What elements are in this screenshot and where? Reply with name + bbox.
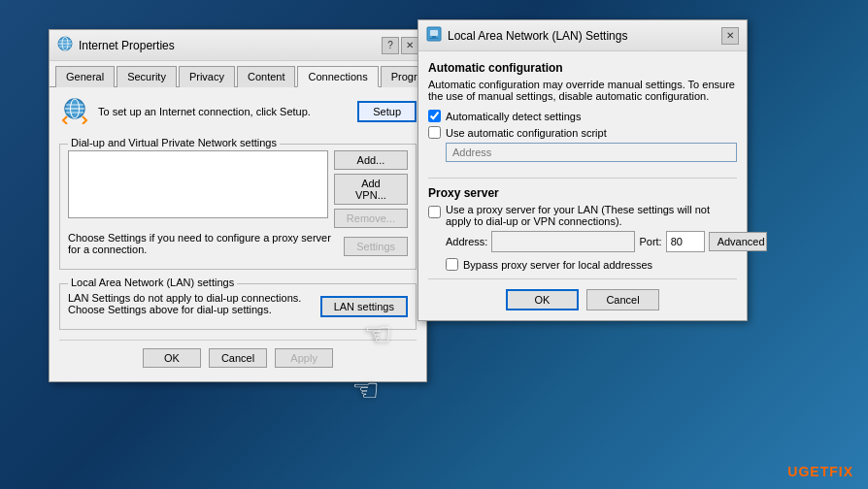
ok-button[interactable]: OK: [143, 348, 201, 368]
apply-button[interactable]: Apply: [275, 348, 333, 368]
tab-connections[interactable]: Connections: [297, 66, 378, 87]
lan-settings-icon: [426, 26, 442, 45]
auto-script-row: Use automatic configuration script: [428, 126, 737, 139]
lan-section-label: Local Area Network (LAN) settings: [68, 277, 237, 288]
proxy-port-label: Port:: [639, 236, 661, 247]
auto-detect-label: Automatically detect settings: [446, 111, 581, 122]
lan-section: Local Area Network (LAN) settings LAN Se…: [59, 283, 417, 330]
proxy-checkbox[interactable]: [428, 206, 441, 218]
lan-close-button[interactable]: ✕: [721, 27, 739, 45]
tabs-container: General Security Privacy Content Connect…: [50, 61, 426, 87]
proxy-address-row: Address: Port: 80 Advanced: [446, 231, 737, 252]
lan-description: LAN Settings do not apply to dial-up con…: [68, 292, 313, 315]
lan-settings-button[interactable]: LAN settings: [320, 296, 408, 317]
watermark-prefix: UG: [787, 464, 810, 479]
separator1: [428, 178, 737, 179]
internet-props-titlebar: Internet Properties ? ✕: [50, 30, 426, 61]
auto-config-section: Automatic configuration Automatic config…: [428, 61, 737, 170]
watermark-accent: ET: [810, 464, 829, 479]
lan-settings-dialog: Local Area Network (LAN) Settings ✕ Auto…: [417, 19, 748, 321]
internet-props-title: Internet Properties: [79, 39, 175, 52]
add-vpn-button[interactable]: Add VPN...: [334, 174, 408, 205]
svg-rect-13: [429, 38, 439, 39]
lan-settings-title: Local Area Network (LAN) Settings: [448, 29, 627, 43]
vpn-section-label: Dial-up and Virtual Private Network sett…: [68, 137, 280, 148]
remove-button[interactable]: Remove...: [334, 209, 408, 228]
setup-section: To set up an Internet connection, click …: [59, 97, 417, 134]
auto-script-checkbox[interactable]: [428, 126, 441, 139]
setup-button[interactable]: Setup: [357, 101, 417, 122]
watermark: UGETFIX: [787, 464, 853, 479]
vpn-section: Dial-up and Virtual Private Network sett…: [59, 144, 417, 270]
auto-script-label: Use automatic configuration script: [446, 127, 607, 139]
settings-button[interactable]: Settings: [344, 237, 408, 256]
close-button[interactable]: ✕: [401, 37, 418, 54]
auto-detect-row: Automatically detect settings: [428, 110, 737, 122]
tab-general[interactable]: General: [55, 66, 115, 87]
proxy-address-input[interactable]: [491, 231, 635, 252]
auto-script-address[interactable]: [446, 143, 737, 162]
lan-settings-titlebar: Local Area Network (LAN) Settings ✕: [418, 20, 747, 51]
svg-rect-12: [432, 36, 436, 38]
auto-detect-checkbox[interactable]: [428, 110, 441, 122]
cancel-button[interactable]: Cancel: [209, 348, 267, 368]
bypass-checkbox[interactable]: [446, 258, 458, 271]
bypass-label: Bypass proxy server for local addresses: [463, 259, 652, 271]
lan-ok-button[interactable]: OK: [506, 289, 579, 310]
advanced-button[interactable]: Advanced: [709, 232, 767, 251]
add-button[interactable]: Add...: [334, 150, 408, 170]
proxy-section: Proxy server Use a proxy server for your…: [428, 186, 737, 271]
internet-properties-dialog: Internet Properties ? ✕ General Security…: [49, 29, 427, 382]
tab-privacy[interactable]: Privacy: [179, 66, 235, 87]
auto-config-title: Automatic configuration: [428, 61, 737, 75]
network-icon: [59, 97, 90, 126]
svg-rect-11: [430, 30, 438, 36]
lan-cancel-button[interactable]: Cancel: [586, 289, 659, 310]
proxy-use-label: Use a proxy server for your LAN (These s…: [446, 204, 737, 227]
vpn-list[interactable]: [68, 150, 328, 218]
watermark-suffix: FIX: [829, 464, 853, 479]
proxy-use-row: Use a proxy server for your LAN (These s…: [428, 204, 737, 227]
tab-content[interactable]: Content: [237, 66, 296, 87]
setup-description: To set up an Internet connection, click …: [98, 106, 311, 117]
proxy-desc: Choose Settings if you need to configure…: [68, 232, 336, 255]
help-button[interactable]: ?: [382, 37, 399, 54]
tab-security[interactable]: Security: [117, 66, 177, 87]
proxy-port-input[interactable]: 80: [666, 231, 705, 252]
internet-props-icon: [57, 36, 73, 54]
bypass-row: Bypass proxy server for local addresses: [446, 258, 737, 271]
proxy-title: Proxy server: [428, 186, 737, 200]
proxy-address-label: Address:: [446, 236, 487, 247]
auto-config-desc: Automatic configuration may override man…: [428, 79, 737, 102]
